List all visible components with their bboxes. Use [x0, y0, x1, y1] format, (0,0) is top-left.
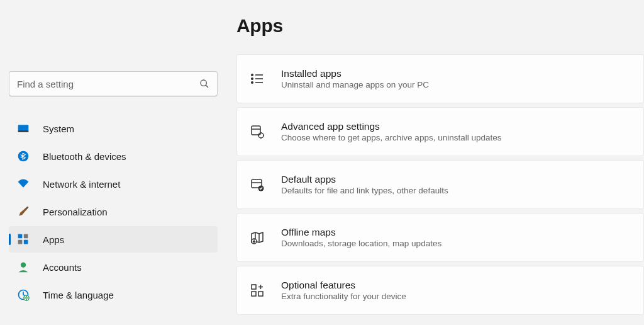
- card-desc: Downloads, storage location, map updates: [281, 239, 441, 248]
- card-desc: Defaults for file and link types, other …: [281, 186, 448, 195]
- svg-rect-5: [18, 234, 23, 239]
- main-content: Apps Installed apps Uninstall and manage…: [224, 0, 644, 325]
- sidebar-item-label: Personalization: [43, 207, 108, 217]
- sidebar-item-apps[interactable]: Apps: [9, 226, 218, 253]
- sidebar-item-label: Bluetooth & devices: [43, 151, 126, 162]
- wifi-icon: [16, 177, 30, 191]
- card-title: Default apps: [281, 174, 448, 185]
- svg-point-20: [258, 133, 264, 138]
- svg-point-14: [252, 82, 253, 84]
- sidebar-item-accounts[interactable]: Accounts: [9, 254, 218, 280]
- sidebar-item-label: System: [43, 123, 74, 134]
- svg-rect-7: [18, 240, 23, 244]
- svg-rect-27: [252, 285, 256, 289]
- svg-point-9: [21, 263, 26, 268]
- sidebar-item-time-language[interactable]: Time & language: [9, 282, 218, 308]
- sidebar-item-label: Network & internet: [43, 179, 120, 190]
- card-title: Installed apps: [281, 68, 429, 79]
- system-icon: [16, 122, 30, 135]
- card-desc: Choose where to get apps, archive apps, …: [281, 133, 501, 142]
- card-title: Optional features: [281, 280, 406, 291]
- svg-rect-29: [258, 292, 263, 296]
- card-default-apps[interactable]: Default apps Defaults for file and link …: [236, 160, 644, 209]
- card-installed-apps[interactable]: Installed apps Uninstall and manage apps…: [236, 54, 644, 103]
- svg-point-0: [201, 80, 206, 86]
- search-input[interactable]: [17, 79, 199, 89]
- list-icon: [248, 70, 266, 88]
- clock-globe-icon: [16, 288, 30, 302]
- map-download-icon: [248, 229, 266, 246]
- apps-icon: [16, 232, 30, 246]
- card-desc: Uninstall and manage apps on your PC: [281, 80, 429, 89]
- bluetooth-icon: [16, 149, 30, 163]
- svg-rect-8: [24, 240, 28, 244]
- person-icon: [16, 260, 30, 274]
- settings-sidebar: System Bluetooth & devices Network & int…: [0, 0, 224, 325]
- sidebar-item-label: Accounts: [43, 262, 82, 273]
- card-title: Offline maps: [281, 227, 441, 238]
- sidebar-item-personalization[interactable]: Personalization: [9, 198, 218, 225]
- search-icon: [199, 79, 209, 89]
- card-optional-features[interactable]: Optional features Extra functionality fo…: [236, 266, 644, 315]
- card-title: Advanced app settings: [281, 121, 501, 132]
- svg-point-13: [252, 78, 253, 80]
- app-gear-icon: [248, 123, 266, 140]
- search-box[interactable]: [9, 71, 218, 96]
- svg-rect-28: [252, 292, 256, 296]
- window-check-icon: [248, 176, 266, 193]
- svg-line-1: [206, 85, 208, 88]
- sidebar-item-network[interactable]: Network & internet: [9, 171, 218, 197]
- card-desc: Extra functionality for your device: [281, 292, 406, 301]
- card-advanced-app-settings[interactable]: Advanced app settings Choose where to ge…: [236, 107, 644, 156]
- sidebar-nav: System Bluetooth & devices Network & int…: [9, 115, 218, 308]
- grid-plus-icon: [248, 282, 266, 299]
- card-offline-maps[interactable]: Offline maps Downloads, storage location…: [236, 213, 644, 262]
- sidebar-item-bluetooth[interactable]: Bluetooth & devices: [9, 143, 218, 169]
- page-title: Apps: [236, 15, 644, 37]
- sidebar-item-system[interactable]: System: [9, 115, 218, 142]
- sidebar-item-label: Time & language: [43, 290, 114, 300]
- svg-rect-6: [24, 234, 28, 239]
- brush-icon: [16, 205, 30, 219]
- svg-point-12: [252, 74, 253, 76]
- sidebar-item-label: Apps: [43, 234, 64, 245]
- svg-rect-3: [18, 130, 29, 132]
- settings-cards: Installed apps Uninstall and manage apps…: [236, 54, 644, 315]
